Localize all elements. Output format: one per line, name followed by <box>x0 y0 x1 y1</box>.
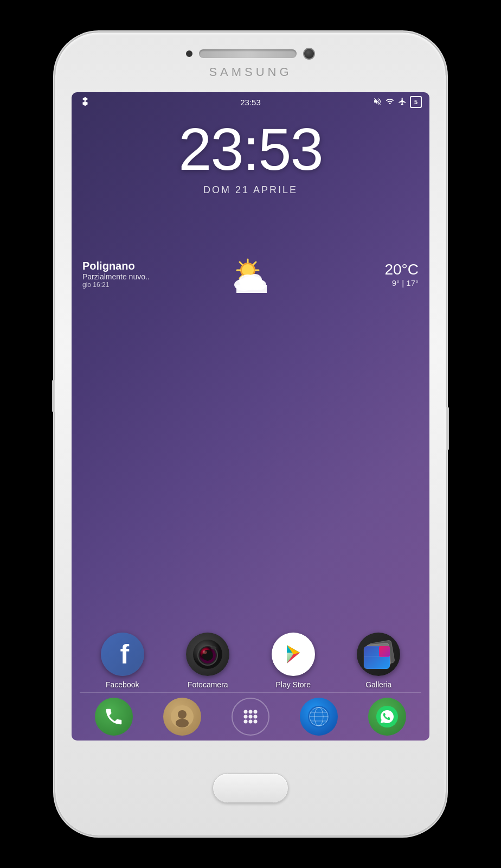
svg-point-33 <box>178 710 187 719</box>
weather-location: Polignano Parzialmente nuvo.. gio 16:21 <box>82 260 221 289</box>
app-grid: f Facebook <box>72 633 429 689</box>
dropbox-icon <box>79 96 91 108</box>
camera-icon[interactable] <box>186 633 229 676</box>
svg-point-39 <box>249 715 253 719</box>
camera-label: Fotocamera <box>188 680 228 689</box>
notification-badge: 5 <box>410 96 422 108</box>
dock <box>72 693 429 741</box>
volume-button[interactable] <box>52 380 55 412</box>
playstore-icon[interactable] <box>272 633 315 676</box>
dock-phone-app[interactable] <box>95 698 133 736</box>
svg-point-1 <box>242 264 254 276</box>
phone-body: SAMSUNG 23:53 <box>55 33 446 835</box>
dock-browser-app[interactable] <box>300 698 338 736</box>
wifi-icon <box>385 97 395 107</box>
svg-point-40 <box>254 715 258 719</box>
clock-time: 23:53 <box>72 119 429 179</box>
gallery-app-item[interactable]: Galleria <box>351 633 406 689</box>
facebook-f-letter: f <box>115 641 129 668</box>
status-icons-right: 5 <box>373 96 422 108</box>
svg-rect-31 <box>364 656 390 656</box>
gallery-icon[interactable] <box>357 633 400 676</box>
home-button[interactable] <box>213 773 288 803</box>
svg-rect-30 <box>379 646 390 657</box>
svg-point-36 <box>249 710 253 714</box>
mute-icon <box>373 97 382 107</box>
svg-rect-15 <box>236 285 267 293</box>
facebook-icon[interactable]: f <box>101 633 144 676</box>
weather-updated-time: gio 16:21 <box>82 281 221 289</box>
svg-point-43 <box>254 720 258 724</box>
status-time-text: 23:53 <box>240 98 261 107</box>
weather-temp-info: 20°C 9° | 17° <box>280 261 419 288</box>
svg-point-41 <box>244 720 248 724</box>
svg-point-37 <box>254 710 258 714</box>
status-left <box>79 96 91 108</box>
svg-line-8 <box>253 262 256 265</box>
svg-point-21 <box>203 650 205 653</box>
svg-point-22 <box>211 646 216 649</box>
camera-app-item[interactable]: Fotocamera <box>181 633 235 689</box>
svg-point-35 <box>244 710 248 714</box>
weather-city-name: Polignano <box>82 260 221 272</box>
phone-wrapper: SAMSUNG 23:53 <box>0 0 501 868</box>
playstore-app-item[interactable]: Play Store <box>266 633 320 689</box>
svg-line-6 <box>240 262 242 265</box>
playstore-label: Play Store <box>275 680 311 689</box>
dock-whatsapp-app[interactable] <box>368 698 406 736</box>
brand-label: SAMSUNG <box>209 65 292 79</box>
dock-launcher-app[interactable] <box>232 698 269 736</box>
svg-point-38 <box>244 715 248 719</box>
facebook-app-item[interactable]: f Facebook <box>95 633 150 689</box>
power-button[interactable] <box>446 407 449 450</box>
screen[interactable]: 23:53 <box>72 92 429 741</box>
facebook-label: Facebook <box>106 680 139 689</box>
clock-widget: 23:53 DOM 21 APRILE <box>72 119 429 196</box>
phone-top <box>142 48 359 60</box>
speaker-grill <box>199 49 297 58</box>
sensor-dot <box>186 50 192 57</box>
dock-contacts-app[interactable] <box>163 698 201 736</box>
svg-point-14 <box>248 274 262 286</box>
weather-widget[interactable]: Polignano Parzialmente nuvo.. gio 16:21 <box>82 252 419 296</box>
airplane-icon <box>398 97 407 107</box>
weather-icon <box>226 252 275 296</box>
clock-date: DOM 21 APRILE <box>72 184 429 196</box>
svg-point-42 <box>249 720 253 724</box>
weather-description: Parzialmente nuvo.. <box>82 272 221 281</box>
svg-point-34 <box>176 719 189 727</box>
weather-temperature: 20°C <box>280 261 419 278</box>
status-bar: 23:53 <box>72 92 429 112</box>
front-camera <box>303 48 315 60</box>
weather-range: 9° | 17° <box>280 278 419 288</box>
gallery-label: Galleria <box>365 680 391 689</box>
